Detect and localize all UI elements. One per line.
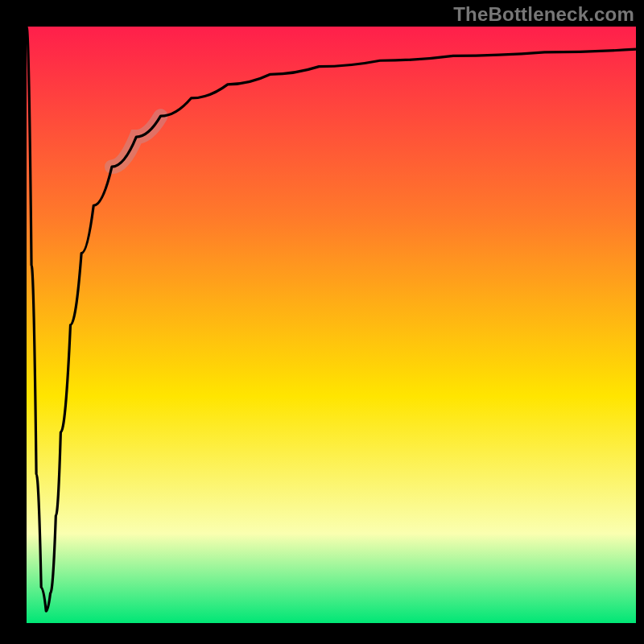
gradient-panel <box>27 27 636 623</box>
chart-container: TheBottleneck.com <box>0 0 644 644</box>
bottleneck-plot <box>0 0 644 644</box>
